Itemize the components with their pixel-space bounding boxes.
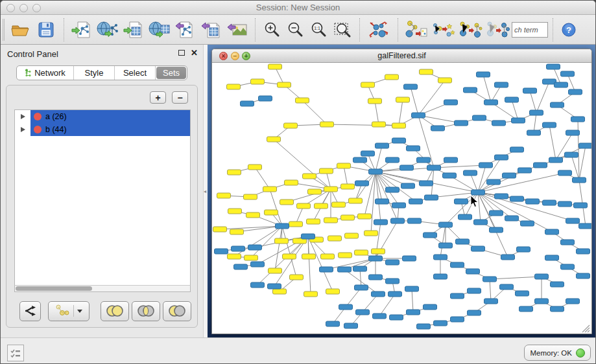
sets-panel: + − a (26) [6, 85, 198, 328]
tab-network[interactable]: Network [17, 66, 74, 80]
memory-ok-indicator [576, 348, 585, 358]
hscrollbar-thumb[interactable] [16, 286, 92, 291]
open-folder-icon [10, 21, 30, 38]
network-canvas[interactable] [212, 63, 591, 334]
network-window-titlebar[interactable]: × − + galFiltered.sif [212, 49, 591, 63]
graph-node [534, 163, 547, 168]
remove-set-button[interactable]: − [172, 91, 188, 104]
graph-node [268, 268, 282, 273]
graph-node [473, 115, 486, 120]
select-set-nodes-button[interactable] [48, 301, 89, 321]
graph-node [230, 229, 244, 234]
window-titlebar[interactable]: Session: New Session [1, 1, 595, 15]
graph-node [412, 113, 425, 118]
graph-node [273, 289, 287, 294]
memory-status-button[interactable]: Memory: OK [524, 345, 591, 361]
graph-node [332, 202, 346, 207]
search-input[interactable] [512, 22, 548, 38]
graph-node [369, 169, 383, 174]
apply-layout-button[interactable] [364, 17, 393, 42]
graph-node [558, 170, 572, 176]
close-panel-icon[interactable]: ✕ [191, 48, 198, 58]
graph-node [565, 152, 578, 157]
toolbar-separator [255, 18, 256, 41]
tab-network-label: Network [34, 68, 66, 78]
graph-node [471, 246, 485, 251]
graph-node [259, 96, 272, 101]
zoom-out-button[interactable] [283, 17, 307, 42]
graph-node [423, 304, 437, 310]
graph-node [358, 214, 372, 219]
export-image-button[interactable] [224, 17, 250, 42]
task-history-button[interactable] [7, 345, 24, 361]
graph-node [407, 310, 420, 315]
collapse-panel-icon[interactable]: ◂ [204, 188, 206, 194]
sets-list-hscrollbar[interactable] [14, 285, 191, 292]
graph-node [561, 240, 575, 245]
zoom-in-button[interactable] [260, 17, 283, 42]
zoom-actual-size-button[interactable]: 1:1 [307, 17, 330, 42]
add-set-button[interactable]: + [150, 91, 166, 104]
import-network-file-button[interactable] [69, 17, 95, 42]
expand-triangle-icon[interactable] [21, 114, 25, 119]
graph-node [388, 291, 402, 297]
graph-node [434, 274, 447, 279]
graph-node [574, 203, 588, 208]
graph-node [280, 199, 294, 205]
export-table-button[interactable] [198, 17, 224, 42]
graph-node [466, 269, 480, 274]
set-intersection-button[interactable] [132, 301, 160, 321]
network-graph[interactable] [212, 63, 591, 334]
graph-node [355, 181, 369, 186]
export-network-button[interactable] [173, 17, 198, 42]
graph-node [364, 231, 378, 236]
set-difference-button[interactable] [163, 301, 191, 321]
graph-node [417, 157, 431, 163]
network-from-selected-nodes-button[interactable] [457, 17, 484, 42]
control-panel-header: Control Panel ✕ [1, 45, 203, 63]
tab-style[interactable]: Style [74, 66, 115, 80]
zoom-selected-button[interactable] [330, 17, 355, 42]
set-row-b[interactable]: b (44) [15, 123, 190, 136]
export-image-icon [227, 20, 248, 40]
graph-node [344, 323, 358, 328]
dropdown-caret-icon[interactable] [77, 310, 82, 313]
graph-node [326, 289, 340, 294]
set-union-button[interactable] [101, 301, 129, 321]
import-table-file-button[interactable] [121, 17, 147, 42]
graph-node [490, 227, 503, 233]
graph-node [285, 180, 298, 185]
network-from-selection-button[interactable] [403, 17, 430, 42]
help-button[interactable]: ? [558, 17, 580, 42]
graph-node [276, 223, 289, 229]
graph-node [386, 260, 399, 265]
set-row-a[interactable]: a (26) [15, 110, 190, 123]
extract-set-button[interactable] [19, 301, 41, 321]
select-first-neighbors-button[interactable] [430, 17, 457, 42]
expand-triangle-icon[interactable] [21, 127, 25, 132]
graph-node [510, 147, 524, 152]
graph-node [284, 123, 298, 128]
save-session-button[interactable] [33, 17, 59, 42]
graph-node [372, 291, 385, 297]
graph-node [471, 190, 485, 195]
resize-grip-icon[interactable] [582, 324, 590, 333]
toolbar-grip[interactable] [3, 19, 5, 41]
graph-node [417, 324, 431, 329]
open-session-button[interactable] [7, 17, 33, 42]
tab-select[interactable]: Select [115, 66, 156, 80]
float-panel-icon[interactable] [178, 50, 185, 56]
graph-node [401, 183, 415, 188]
tab-sets[interactable]: Sets [156, 67, 186, 79]
network-view-window[interactable]: × − + galFiltered.sif [211, 49, 592, 334]
graph-node [547, 64, 560, 69]
panel-divider[interactable]: ◂ [203, 45, 208, 337]
graph-node [495, 82, 508, 87]
graph-node [468, 288, 481, 293]
import-table-url-button[interactable] [147, 17, 173, 42]
graph-node [392, 203, 406, 208]
graph-node [521, 221, 534, 226]
import-network-url-button[interactable] [95, 17, 121, 42]
show-selected-only-button[interactable] [484, 17, 512, 42]
graph-node [477, 72, 490, 77]
